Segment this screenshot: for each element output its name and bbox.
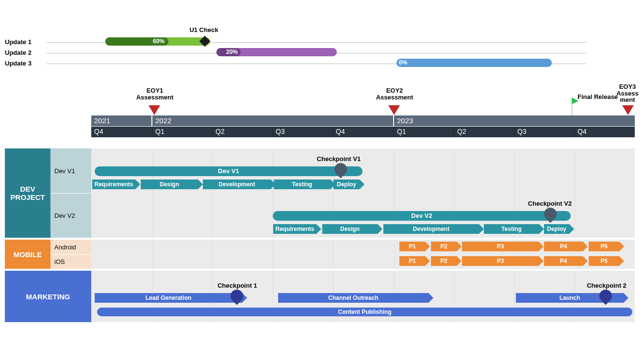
mkt-checkpoint-2-label: Checkpoint 2 <box>578 282 636 289</box>
category-marketing: MARKETING <box>5 271 91 322</box>
step-requirements-v1: Requirements <box>92 180 135 189</box>
mkt-lead-generation: Lead Generation <box>95 293 242 303</box>
update-row-2: Update 2 20% <box>5 48 639 59</box>
update-label: Update 1 <box>5 37 47 46</box>
quarter-q1-2022: Q1 <box>152 127 213 137</box>
step-development-v2: Development <box>383 224 479 234</box>
eoy2-marker <box>388 105 400 115</box>
quarter-q1-2023: Q1 <box>394 127 454 137</box>
gantt-chart: Update 1 60% U1 Check Update 2 20% Updat… <box>5 5 639 338</box>
mkt-channel-outreach: Channel Outreach <box>278 293 429 303</box>
quarter-q4-2021: Q4 <box>91 127 152 137</box>
update-row-1: Update 1 60% U1 Check <box>5 37 639 48</box>
eoy1-label: EOY1 Assessment <box>133 87 177 100</box>
quarter-q3-2022: Q3 <box>273 127 333 137</box>
android-p1: P1 <box>399 242 425 251</box>
eoy3-label: EOY3 Assess ment <box>616 83 639 103</box>
row-dev-v2: Dev V2 <box>50 193 91 238</box>
step-design-v1: Design <box>141 180 198 189</box>
step-requirements-v2: Requirements <box>273 224 316 234</box>
step-design-v2: Design <box>322 224 378 234</box>
ios-p4: P4 <box>544 256 583 266</box>
checkpoint-v2-label: Checkpoint V2 <box>521 200 579 207</box>
ios-p1: P1 <box>399 256 425 266</box>
android-p3: P3 <box>462 242 539 251</box>
year-2021: 2021 <box>91 115 151 126</box>
step-development-v1: Development <box>203 180 271 189</box>
ios-p2: P2 <box>431 256 457 266</box>
android-p5: P5 <box>589 242 619 251</box>
checkpoint-v1-label: Checkpoint V1 <box>310 155 368 163</box>
category-dev-project: DEV PROJECT <box>5 148 50 238</box>
quarter-q4-2023: Q4 <box>575 127 635 137</box>
mkt-content-publishing: Content Publishing <box>97 308 632 316</box>
update-label: Update 3 <box>5 59 47 67</box>
step-testing-v1: Testing <box>274 180 330 189</box>
mkt-checkpoint-1-label: Checkpoint 1 <box>208 282 266 289</box>
quarter-q3-2023: Q3 <box>514 127 575 137</box>
row-android: Android <box>50 240 91 254</box>
step-testing-v2: Testing <box>484 224 539 234</box>
step-deploy-v2: Deploy <box>544 224 569 234</box>
summary-dev-v1: Dev V1 <box>95 166 363 176</box>
eoy3-marker <box>622 105 634 115</box>
summary-dev-v2: Dev V2 <box>273 211 571 221</box>
row-dev-v1: Dev V1 <box>50 148 91 193</box>
ios-p3: P3 <box>462 256 539 266</box>
row-ios: iOS <box>50 254 91 269</box>
update-row-3: Update 3 0% <box>5 59 639 69</box>
quarter-q4-2022: Q4 <box>333 127 394 137</box>
quarter-q2-2022: Q2 <box>213 127 273 137</box>
android-p4: P4 <box>544 242 583 251</box>
eoy1-marker <box>149 105 160 115</box>
category-mobile: MOBILE <box>5 240 50 269</box>
eoy2-label: EOY2 Assessment <box>373 87 416 100</box>
ios-p5: P5 <box>589 256 619 266</box>
update-label: Update 2 <box>5 48 47 56</box>
u1-check-label: U1 Check <box>184 27 223 33</box>
year-2023: 2023 <box>394 115 635 126</box>
year-2022: 2022 <box>152 115 393 126</box>
quarter-q2-2023: Q2 <box>454 127 514 137</box>
step-deploy-v1: Deploy <box>333 180 360 189</box>
android-p2: P2 <box>431 242 457 251</box>
